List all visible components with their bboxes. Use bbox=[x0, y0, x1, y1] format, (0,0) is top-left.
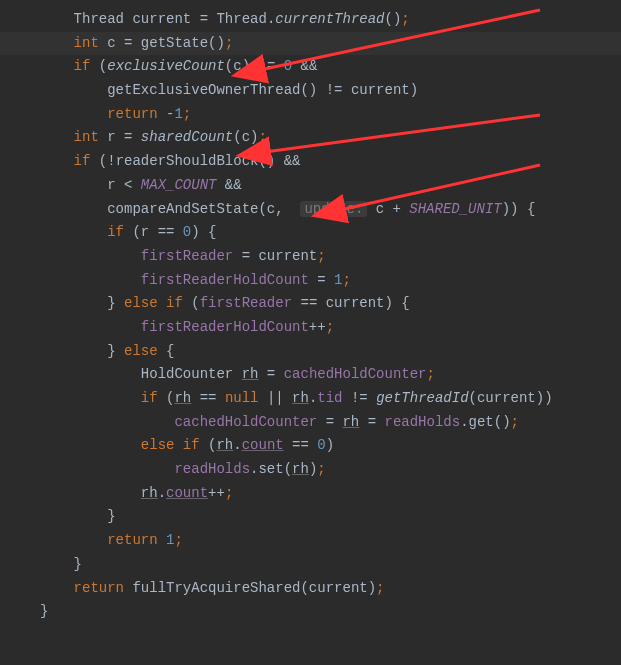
code-line: } bbox=[0, 553, 621, 577]
code-line: compareAndSetState(c, update: c + SHARED… bbox=[0, 198, 621, 222]
code-line: return -1; bbox=[0, 103, 621, 127]
code-line-highlighted: int c = getState(); bbox=[0, 32, 621, 56]
code-line: } else if (firstReader == current) { bbox=[0, 292, 621, 316]
code-line: } bbox=[0, 505, 621, 529]
code-line: firstReaderHoldCount = 1; bbox=[0, 269, 621, 293]
code-line: return fullTryAcquireShared(current); bbox=[0, 577, 621, 601]
code-line: r < MAX_COUNT && bbox=[0, 174, 621, 198]
code-line: return 1; bbox=[0, 529, 621, 553]
parameter-hint: update: bbox=[300, 201, 367, 217]
code-line: } bbox=[0, 600, 621, 624]
code-line: HoldCounter rh = cachedHoldCounter; bbox=[0, 363, 621, 387]
code-line: if (exclusiveCount(c) != 0 && bbox=[0, 55, 621, 79]
code-line: rh.count++; bbox=[0, 482, 621, 506]
code-line: cachedHoldCounter = rh = readHolds.get()… bbox=[0, 411, 621, 435]
code-line: firstReaderHoldCount++; bbox=[0, 316, 621, 340]
code-line: if (!readerShouldBlock() && bbox=[0, 150, 621, 174]
code-line: readHolds.set(rh); bbox=[0, 458, 621, 482]
code-editor[interactable]: Thread current = Thread.currentThread();… bbox=[0, 8, 621, 624]
code-line: } else { bbox=[0, 340, 621, 364]
code-line: Thread current = Thread.currentThread(); bbox=[0, 8, 621, 32]
code-line: int r = sharedCount(c); bbox=[0, 126, 621, 150]
code-line: if (r == 0) { bbox=[0, 221, 621, 245]
code-line: getExclusiveOwnerThread() != current) bbox=[0, 79, 621, 103]
code-line: else if (rh.count == 0) bbox=[0, 434, 621, 458]
code-line: firstReader = current; bbox=[0, 245, 621, 269]
code-line: if (rh == null || rh.tid != getThreadId(… bbox=[0, 387, 621, 411]
